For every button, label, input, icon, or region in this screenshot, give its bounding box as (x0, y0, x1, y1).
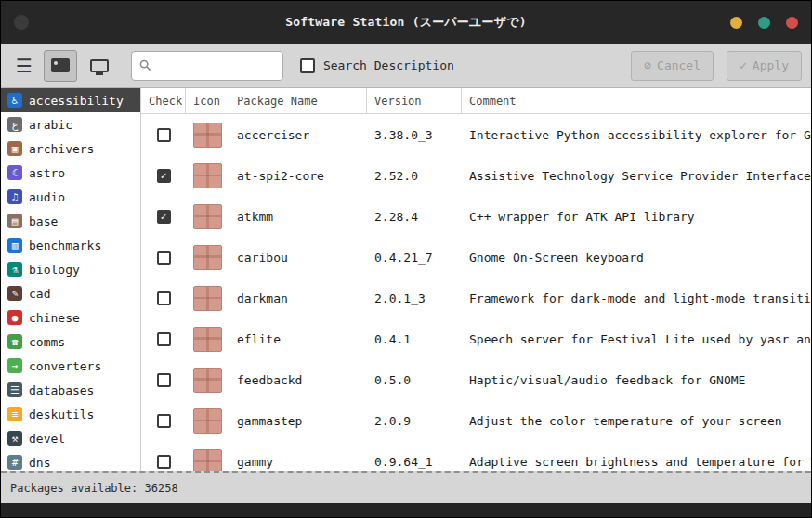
sidebar-item-label: base (29, 214, 58, 228)
package-version-cell: 2.0.9 (367, 414, 462, 428)
package-checkbox[interactable] (157, 332, 171, 346)
icon-view-button[interactable] (44, 50, 77, 82)
search-icon (139, 59, 151, 71)
table-row-darkman[interactable]: darkman 2.0.1_3 Framework for dark-mode … (141, 278, 811, 318)
package-checkbox[interactable] (157, 414, 171, 428)
base-icon: ▤ (7, 214, 22, 228)
sidebar-item-label: deskutils (29, 408, 94, 421)
maximize-button[interactable] (758, 17, 770, 29)
sidebar-item-biology[interactable]: ⚗ biology (1, 257, 140, 281)
column-header-check[interactable]: Check (141, 88, 186, 113)
sidebar-item-chinese[interactable]: ● chinese (1, 305, 140, 330)
apply-icon: ✓ (740, 58, 747, 72)
search-description-checkbox[interactable] (300, 58, 315, 73)
column-header-icon[interactable]: Icon (186, 88, 229, 113)
sidebar-item-archivers[interactable]: ▣ archivers (1, 136, 140, 161)
databases-icon: ☰ (7, 382, 22, 397)
package-checkbox[interactable] (157, 291, 171, 305)
table-header: Check Icon Package Name Version Comment (141, 88, 811, 114)
package-version-cell: 0.4.21_7 (367, 251, 462, 265)
package-name-cell: darkman (229, 291, 367, 305)
sidebar-item-converters[interactable]: → converters (1, 354, 140, 378)
cad-icon: ✎ (7, 286, 22, 301)
package-version-cell: 0.9.64_1 (367, 455, 462, 469)
search-box[interactable] (131, 51, 283, 81)
accessibility-icon: ♿ (7, 93, 22, 108)
package-comment-cell: Adjust the color temperature of your scr… (462, 414, 811, 428)
column-header-comment[interactable]: Comment (462, 88, 811, 113)
package-checkbox[interactable] (157, 373, 171, 387)
sidebar-item-label: audio (29, 190, 65, 204)
sidebar-item-databases[interactable]: ☰ databases (1, 378, 140, 402)
package-comment-cell: Speech server for Festival Lite used by … (462, 332, 811, 346)
package-icon (193, 163, 222, 188)
package-comment-cell: C++ wrapper for ATK API library (462, 210, 811, 224)
deskutils-icon: ≡ (7, 407, 22, 421)
sidebar-item-astro[interactable]: ☾ astro (1, 161, 140, 185)
audio-icon: ♫ (7, 189, 22, 204)
statusbar: Packages available: 36258 (1, 471, 811, 503)
package-checkbox[interactable] (157, 169, 171, 183)
sidebar-item-cad[interactable]: ✎ cad (1, 281, 140, 305)
package-name-cell: caribou (229, 251, 367, 265)
sidebar-item-benchmarks[interactable]: ▥ benchmarks (1, 233, 140, 257)
table-row-gammy[interactable]: gammy 0.9.64_1 Adaptive screen brightnes… (141, 441, 811, 471)
sidebar-item-accessibility[interactable]: ♿ accessibility (1, 88, 140, 112)
sidebar-item-label: benchmarks (29, 239, 101, 253)
table-row-feedbackd[interactable]: feedbackd 0.5.0 Haptic/visual/audio feed… (141, 359, 811, 400)
table-row-caribou[interactable]: caribou 0.4.21_7 Gnome On-Screen keyboar… (141, 237, 811, 278)
apply-button[interactable]: ✓ Apply (727, 51, 802, 81)
package-icon (193, 123, 222, 148)
sidebar-item-label: converters (29, 359, 101, 373)
package-comment-cell: Gnome On-Screen keyboard (462, 251, 811, 265)
package-icon (193, 327, 222, 352)
package-icon (193, 245, 222, 270)
desktop-view-button[interactable] (83, 50, 116, 82)
apply-button-label: Apply (753, 58, 789, 72)
sidebar-item-dns[interactable]: # dns (1, 450, 140, 471)
package-checkbox[interactable] (157, 210, 171, 224)
window-bottom-border (1, 503, 811, 517)
sidebar-item-arabic[interactable]: ع arabic (1, 112, 140, 136)
sidebar-item-audio[interactable]: ♫ audio (1, 185, 140, 209)
table-row-at-spi2-core[interactable]: at-spi2-core 2.52.0 Assistive Technology… (141, 155, 811, 196)
sidebar-item-deskutils[interactable]: ≡ deskutils (1, 402, 140, 426)
close-button[interactable] (786, 17, 798, 29)
package-checkbox[interactable] (157, 455, 171, 469)
table-body: accerciser 3.38.0_3 Interactive Python a… (141, 114, 811, 471)
table-row-accerciser[interactable]: accerciser 3.38.0_3 Interactive Python a… (141, 114, 811, 155)
package-icon (193, 204, 222, 229)
toolbar: ☰ Search Description ⊘ Cancel ✓ Apply (1, 44, 811, 88)
table-row-gammastep[interactable]: gammastep 2.0.9 Adjust the color tempera… (141, 400, 811, 441)
window-title: Software Station (スーパーユーザで) (1, 14, 811, 31)
sidebar-item-label: astro (29, 166, 65, 180)
cancel-button[interactable]: ⊘ Cancel (631, 51, 714, 81)
search-input[interactable] (157, 58, 275, 72)
package-name-cell: at-spi2-core (229, 169, 367, 183)
table-row-atkmm[interactable]: atkmm 2.28.4 C++ wrapper for ATK API lib… (141, 196, 811, 237)
column-header-version[interactable]: Version (367, 88, 462, 113)
minimize-button[interactable] (730, 17, 742, 29)
sidebar-item-devel[interactable]: ⚒ devel (1, 426, 140, 450)
package-checkbox[interactable] (157, 251, 171, 265)
cancel-button-label: Cancel (657, 58, 701, 72)
list-view-icon[interactable]: ☰ (10, 55, 38, 77)
package-checkbox[interactable] (157, 128, 171, 142)
package-name-cell: accerciser (229, 128, 367, 142)
window-controls (730, 17, 798, 29)
converters-icon: → (7, 358, 22, 373)
sidebar-item-label: cad (29, 287, 50, 301)
sidebar-item-base[interactable]: ▤ base (1, 209, 140, 233)
package-name-cell: gammastep (229, 414, 367, 428)
sidebar-item-label: dns (29, 456, 50, 470)
archivers-icon: ▣ (7, 141, 22, 156)
sidebar-item-comms[interactable]: ☎ comms (1, 330, 140, 354)
image-view-icon (51, 58, 70, 72)
package-icon (193, 286, 222, 311)
package-name-cell: feedbackd (229, 373, 367, 387)
column-header-package-name[interactable]: Package Name (229, 88, 367, 113)
monitor-icon (90, 59, 109, 72)
package-version-cell: 2.52.0 (367, 169, 462, 183)
table-row-eflite[interactable]: eflite 0.4.1 Speech server for Festival … (141, 318, 811, 359)
package-version-cell: 3.38.0_3 (367, 128, 462, 142)
